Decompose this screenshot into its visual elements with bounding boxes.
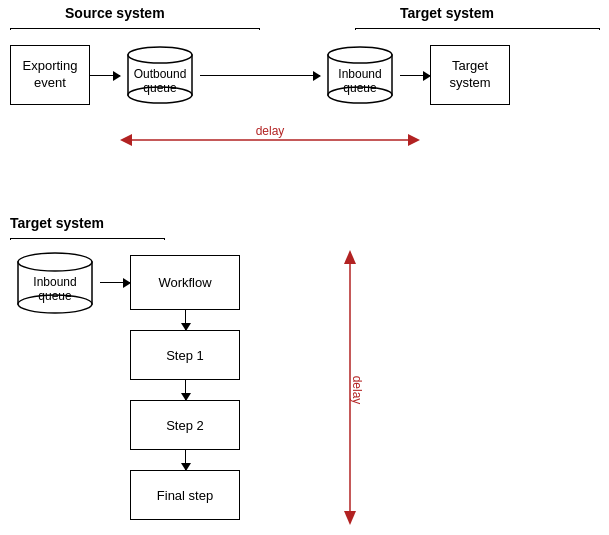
svg-text:Inbound: Inbound xyxy=(338,67,381,81)
line-workflow-step1 xyxy=(185,310,186,330)
top-diagram: Source system Target system Exporting ev… xyxy=(0,0,609,195)
svg-text:queue: queue xyxy=(343,81,377,95)
arrow-inbound-to-workflow xyxy=(100,282,130,283)
target-system-label: Target system xyxy=(400,5,494,21)
inbound-queue-cylinder-top: Inbound queue xyxy=(320,45,400,105)
svg-text:delay: delay xyxy=(350,376,364,405)
svg-marker-11 xyxy=(120,134,132,146)
step1-box: Step 1 xyxy=(130,330,240,380)
svg-text:queue: queue xyxy=(143,81,177,95)
bottom-bracket xyxy=(10,238,165,240)
exporting-event-box: Exporting event xyxy=(10,45,90,105)
bottom-diagram: Target system Inbound queue Workflow Ste… xyxy=(0,215,609,535)
svg-point-6 xyxy=(328,47,392,63)
svg-point-15 xyxy=(18,253,92,271)
outbound-queue-cylinder: Outbound queue xyxy=(120,45,200,105)
arrow-inbound-to-target xyxy=(400,75,430,76)
workflow-box: Workflow xyxy=(130,255,240,310)
target-bracket xyxy=(355,28,600,30)
line-step1-step2 xyxy=(185,380,186,400)
svg-marker-21 xyxy=(344,511,356,525)
arrow-outbound-to-inbound xyxy=(200,75,320,76)
delay-arrow-top: delay xyxy=(120,120,420,160)
inbound-queue-cylinder-bottom: Inbound queue xyxy=(10,250,100,315)
bottom-target-label: Target system xyxy=(10,215,104,231)
svg-text:delay: delay xyxy=(256,124,285,138)
source-bracket xyxy=(10,28,260,30)
svg-text:queue: queue xyxy=(38,289,72,303)
target-system-box: Target system xyxy=(430,45,510,105)
svg-text:Inbound: Inbound xyxy=(33,275,76,289)
arrow-exporting-to-outbound xyxy=(90,75,120,76)
svg-marker-20 xyxy=(344,250,356,264)
svg-text:Outbound: Outbound xyxy=(134,67,187,81)
svg-marker-12 xyxy=(408,134,420,146)
line-step2-final xyxy=(185,450,186,470)
svg-point-1 xyxy=(128,47,192,63)
diagram-container: Source system Target system Exporting ev… xyxy=(0,0,609,535)
source-system-label: Source system xyxy=(65,5,165,21)
step2-box: Step 2 xyxy=(130,400,240,450)
final-step-box: Final step xyxy=(130,470,240,520)
delay-arrow-bottom: delay xyxy=(330,250,370,525)
